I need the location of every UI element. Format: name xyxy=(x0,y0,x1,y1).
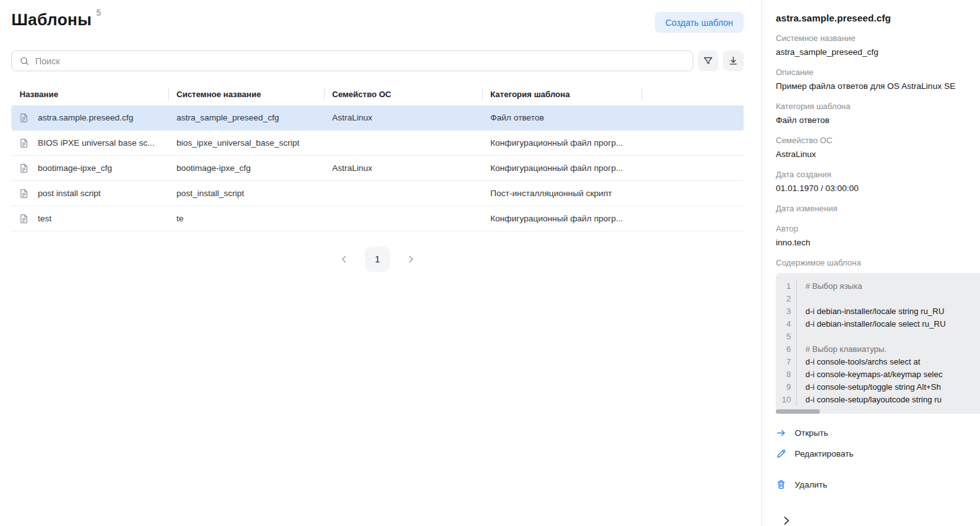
templates-count-badge: 5 xyxy=(96,8,101,18)
field-value: inno.tech xyxy=(776,238,980,248)
detail-field: Системное названиеastra_sample_preseed_c… xyxy=(776,33,980,57)
detail-field: Категория шаблонаФайл ответов xyxy=(776,102,980,126)
search-icon xyxy=(20,56,30,66)
open-action[interactable]: Открыть xyxy=(776,428,828,438)
template-system-name: post_install_script xyxy=(168,189,324,198)
line-number: 5 xyxy=(776,330,791,343)
field-value: Пример файла ответов для OS AstraLinux S… xyxy=(776,81,980,91)
search-box[interactable] xyxy=(11,50,693,71)
file-icon xyxy=(19,214,29,224)
templates-page: Шаблоны5 Создать шаблон Название Сис xyxy=(0,0,761,526)
table-body: astra.sample.preseed.cfgastra_sample_pre… xyxy=(11,105,744,231)
table-row[interactable]: astra.sample.preseed.cfgastra_sample_pre… xyxy=(11,105,744,131)
file-icon xyxy=(19,163,29,173)
table-row[interactable]: BIOS iPXE universal base sc...bios_ipxe_… xyxy=(11,131,744,156)
code-line xyxy=(805,330,980,343)
table-row[interactable]: post install scriptpost_install_scriptПо… xyxy=(11,181,744,206)
line-number: 3 xyxy=(776,305,791,318)
line-number: 8 xyxy=(776,368,791,381)
line-number: 6 xyxy=(776,343,791,356)
code-line xyxy=(805,293,980,305)
template-category: Конфигурационный файл прогр... xyxy=(482,214,642,223)
action-label: Удалить xyxy=(795,480,827,489)
line-number: 2 xyxy=(776,293,791,305)
line-number: 1 xyxy=(776,280,791,293)
detail-field: Дата изменения xyxy=(776,204,980,214)
template-content-label: Содержимое шаблона xyxy=(776,258,980,267)
field-label: Системное название xyxy=(776,33,980,44)
edit-action[interactable]: Редактировать xyxy=(776,448,853,459)
code-line: # Выбор языка xyxy=(805,280,980,293)
chevron-right-icon xyxy=(406,255,415,264)
template-system-name: te xyxy=(168,214,324,223)
file-icon xyxy=(19,113,29,123)
template-category: Файл ответов xyxy=(482,113,642,122)
page-title: Шаблоны5 xyxy=(11,10,101,30)
field-label: Автор xyxy=(776,224,980,234)
action-label: Редактировать xyxy=(795,449,853,459)
code-line: d-i console-tools/archs select at xyxy=(805,356,980,368)
template-name: post install script xyxy=(38,189,101,198)
column-header-os-family: Семейство ОС xyxy=(324,83,482,105)
chevron-right-icon xyxy=(781,515,792,526)
template-category: Конфигурационный файл прогр... xyxy=(482,138,642,148)
chevron-left-icon xyxy=(340,255,349,264)
field-label: Категория шаблона xyxy=(776,102,980,112)
pagination-prev-button[interactable] xyxy=(337,252,351,266)
line-number: 4 xyxy=(776,318,791,330)
collapse-panel-button[interactable] xyxy=(780,514,793,526)
field-label: Дата изменения xyxy=(776,204,980,214)
detail-field: Дата создания01.01.1970 / 03:00:00 xyxy=(776,170,980,194)
line-number: 7 xyxy=(776,356,791,368)
filter-button[interactable] xyxy=(698,50,718,71)
table-row[interactable]: testteКонфигурационный файл прогр... xyxy=(11,206,744,231)
code-line: # Выбор клавиатуры. xyxy=(805,343,980,356)
pagination-page-1[interactable]: 1 xyxy=(365,247,390,272)
filter-icon xyxy=(703,56,713,66)
horizontal-scrollbar[interactable] xyxy=(776,409,820,414)
delete-action[interactable]: Удалить xyxy=(776,479,827,490)
line-number: 10 xyxy=(776,394,791,406)
column-header-empty xyxy=(642,83,744,105)
field-label: Описание xyxy=(776,67,980,78)
field-value: AstraLinux xyxy=(776,149,980,160)
pagination-next-button[interactable] xyxy=(404,252,418,266)
file-icon xyxy=(19,138,29,148)
table-row[interactable]: bootimage-ipxe_cfgbootimage-ipxe_cfgAstr… xyxy=(11,156,744,181)
template-system-name: bootimage-ipxe_cfg xyxy=(168,163,324,173)
template-os-family: AstraLinux xyxy=(324,113,482,122)
code-line-numbers: 12345678910 xyxy=(776,280,797,406)
code-line: d-i debian-installer/locale select ru_RU xyxy=(805,318,980,330)
create-template-button[interactable]: Создать шаблон xyxy=(655,12,744,33)
file-icon xyxy=(19,189,29,199)
template-category: Конфигурационный файл прогр... xyxy=(482,163,642,173)
search-input[interactable] xyxy=(35,56,685,66)
action-label: Открыть xyxy=(795,428,828,438)
trash-icon xyxy=(776,479,787,490)
download-button[interactable] xyxy=(723,50,744,71)
field-label: Семейство ОС xyxy=(776,136,980,146)
template-name: astra.sample.preseed.cfg xyxy=(38,113,134,122)
detail-field: Семейство ОСAstraLinux xyxy=(776,136,980,160)
templates-table: Название Системное название Семейство ОС… xyxy=(11,83,744,231)
arrow-right-icon xyxy=(776,428,787,438)
detail-field: ОписаниеПример файла ответов для OS Astr… xyxy=(776,67,980,91)
template-category: Пост-инсталляционный скрипт xyxy=(482,189,642,198)
detail-field: Авторinno.tech xyxy=(776,224,980,248)
template-os-family: AstraLinux xyxy=(324,163,482,173)
code-line: d-i debian-installer/locale string ru_RU xyxy=(805,305,980,318)
field-value: astra_sample_preseed_cfg xyxy=(776,47,980,57)
column-header-name: Название xyxy=(11,83,168,105)
details-fields: Системное названиеastra_sample_preseed_c… xyxy=(776,33,980,248)
field-value: Файл ответов xyxy=(776,115,980,126)
template-name: test xyxy=(38,214,52,223)
code-lines: # Выбор языкаd-i debian-installer/locale… xyxy=(797,280,980,406)
code-line: d-i console-keymaps-at/keymap selec xyxy=(805,368,980,381)
pagination: 1 xyxy=(11,247,744,272)
code-line: d-i console-setup/layoutcode string ru xyxy=(805,394,980,406)
pencil-icon xyxy=(776,448,787,459)
template-name: BIOS iPXE universal base sc... xyxy=(38,138,154,148)
field-value: 01.01.1970 / 03:00:00 xyxy=(776,184,980,194)
column-header-system-name: Системное название xyxy=(168,83,324,105)
column-header-category: Категория шаблона xyxy=(482,83,642,105)
